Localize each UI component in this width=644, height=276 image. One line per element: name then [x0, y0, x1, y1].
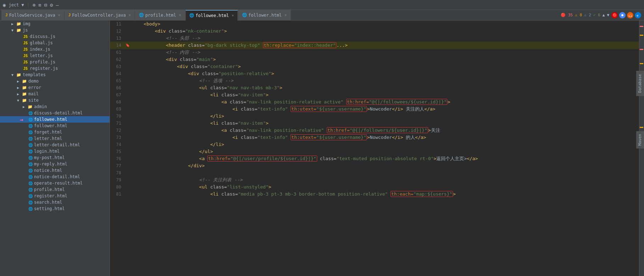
structure-icon[interactable]: ≡ — [38, 2, 41, 8]
line-number: 67 — [110, 91, 124, 98]
code-line-14: 14 🔖 <header class="bg-dark sticky-top" … — [110, 42, 639, 49]
line-number: 70 — [110, 113, 124, 120]
tab-close[interactable]: × — [285, 13, 287, 17]
split-icon[interactable]: ⊟ — [44, 2, 47, 8]
sidebar-item-index-js[interactable]: JS index.js — [0, 46, 110, 52]
line-content: <!-- 头部 --> — [131, 35, 639, 42]
sidebar-item-notice-detail[interactable]: 🌐 notice-detail.html — [0, 174, 110, 180]
stripe-warning-2 — [640, 63, 643, 64]
jetbrains-icon[interactable]: 🔴 — [611, 12, 618, 18]
line-content: <li class="nav-item"> — [131, 120, 639, 127]
nav-up[interactable]: ▲ — [603, 13, 605, 17]
maven-tab[interactable]: Maven — [636, 131, 644, 148]
code-line-67: 67 <li class="nav-item"> — [110, 91, 639, 98]
tab-follower-html[interactable]: 🌐 follower.html × — [238, 10, 291, 21]
line-number: 72 — [110, 127, 124, 134]
minimize-icon[interactable]: — — [56, 2, 58, 8]
tab-close[interactable]: × — [179, 13, 181, 17]
sidebar-item-global-js[interactable]: JS global.js — [0, 40, 110, 46]
sidebar-item-letter-js[interactable]: JS letter.js — [0, 52, 110, 59]
js-icon: JS — [23, 34, 28, 39]
sidebar-item-label: discuss.js — [30, 34, 55, 39]
settings-icon[interactable]: ⚙ — [50, 2, 53, 8]
warning-count: ⚠ 8 — [575, 13, 582, 17]
sidebar-item-site[interactable]: ▼ 📁 site — [0, 97, 110, 103]
tab-follow-service[interactable]: J FollowService.java × — [1, 10, 64, 21]
line-number: 77 — [110, 162, 124, 169]
html-icon: 🌐 — [28, 111, 33, 115]
sidebar-item-label: index.js — [30, 47, 50, 52]
stripe-warning-3 — [640, 127, 643, 128]
sidebar-item-label: followee.html — [34, 117, 67, 122]
sidebar-item-notice[interactable]: 🌐 notice.html — [0, 167, 110, 174]
sidebar-item-mail[interactable]: ▶ 📁 mail — [0, 91, 110, 97]
tab-close[interactable]: × — [129, 13, 131, 17]
html-icon: 🌐 — [28, 194, 33, 198]
stripe-error-2 — [640, 49, 643, 50]
tab-profile-html[interactable]: 🌐 profile.html × — [135, 10, 185, 21]
sidebar-item-admin[interactable]: ▶ 📁 admin — [0, 103, 110, 110]
code-line-68: 68 <a class="nav-link position-relative … — [110, 98, 639, 106]
project-icon: ◉ — [3, 2, 6, 8]
line-content: </div> — [131, 162, 639, 169]
sidebar: ▶ 📁 img ▼ 📁 js JS discuss.js JS global.j… — [0, 21, 110, 276]
sidebar-item-error[interactable]: ▶ 📁 error — [0, 84, 110, 91]
line-number: 65 — [110, 77, 124, 84]
sidebar-item-my-reply[interactable]: 🌐 my-reply.html — [0, 161, 110, 167]
line-content: <div class="nk-container"> — [131, 28, 639, 35]
sidebar-item-profile[interactable]: 🌐 profile.html — [0, 186, 110, 193]
sidebar-item-register[interactable]: 🌐 register.html — [0, 193, 110, 199]
sidebar-item-discuss-js[interactable]: JS discuss.js — [0, 33, 110, 40]
sidebar-item-letter[interactable]: 🌐 letter.html — [0, 135, 110, 142]
chrome-icon[interactable] — [619, 12, 626, 18]
html-icon: 🌐 — [28, 169, 33, 173]
stripe-error — [640, 26, 643, 27]
sidebar-item-demo[interactable]: ▶ 📁 demo — [0, 78, 110, 84]
project-title: ject ▼ — [9, 2, 24, 7]
sidebar-item-register-js[interactable]: JS register.js — [0, 65, 110, 72]
tab-close[interactable]: × — [232, 13, 234, 17]
sidebar-item-label: error — [28, 85, 41, 90]
pink-arrow-annotation: → — [20, 116, 23, 123]
tab-follow-controller[interactable]: J FollowController.java × — [65, 10, 135, 21]
sidebar-item-forget[interactable]: 🌐 forget.html — [0, 129, 110, 135]
html-icon: 🌐 — [28, 118, 33, 122]
sidebar-item-followee[interactable]: → 🌐 followee.html — [0, 116, 110, 123]
sidebar-item-templates[interactable]: ▼ 📁 templates — [0, 72, 110, 78]
firefox-icon[interactable]: 🦊 — [627, 12, 633, 18]
database-tab[interactable]: Database — [636, 71, 644, 96]
line-number: 68 — [110, 98, 124, 106]
sidebar-item-js[interactable]: ▼ 📁 js — [0, 27, 110, 33]
sidebar-item-img[interactable]: ▶ 📁 img — [0, 21, 110, 27]
java-icon: J — [5, 13, 8, 17]
code-editor[interactable]: 11 <body> 12 <div class="nk-container"> … — [110, 21, 639, 276]
tab-close[interactable]: × — [58, 13, 60, 17]
sidebar-item-login[interactable]: 🌐 login.html — [0, 148, 110, 154]
sidebar-item-setting[interactable]: 🌐 setting.html — [0, 205, 110, 212]
html-icon: 🌐 — [28, 137, 33, 141]
nav-down[interactable]: ▼ — [607, 13, 609, 17]
sidebar-item-label: global.js — [30, 40, 53, 45]
line-content: <header class="bg-dark sticky-top" th:re… — [131, 42, 639, 49]
sidebar-item-label: my-post.html — [34, 155, 65, 160]
sidebar-item-letter-detail[interactable]: 🌐 letter-detail.html — [0, 142, 110, 148]
line-content: <i class="text-info" th:utext="${user.us… — [131, 106, 639, 113]
line-content: <!-- 关注列表 --> — [131, 176, 639, 184]
sidebar-item-profile-js[interactable]: JS profile.js — [0, 59, 110, 65]
sidebar-item-search[interactable]: 🌐 search.html — [0, 199, 110, 205]
expand-arrow: ▶ — [17, 79, 22, 83]
sidebar-item-my-post[interactable]: 🌐 my-post.html — [0, 154, 110, 161]
sidebar-item-discuss-detail[interactable]: 🌐 discuss-detail.html — [0, 110, 110, 116]
sidebar-item-follower[interactable]: 🌐 follower.html — [0, 123, 110, 129]
tab-followee-html[interactable]: 🌐 followee.html × — [185, 10, 238, 21]
sidebar-item-label: operate-result.html — [34, 181, 83, 186]
navigate-icon[interactable]: ⊕ — [33, 2, 35, 8]
sidebar-item-operate-result[interactable]: 🌐 operate-result.html — [0, 180, 110, 186]
folder-icon: 📁 — [16, 22, 21, 26]
edge-icon[interactable]: e — [635, 12, 641, 18]
code-line-13: 13 <!-- 头部 --> — [110, 35, 639, 42]
js-icon: JS — [23, 41, 28, 45]
line-number: 61 — [110, 49, 124, 56]
sidebar-item-label: demo — [28, 79, 39, 84]
code-line-12: 12 <div class="nk-container"> — [110, 28, 639, 35]
